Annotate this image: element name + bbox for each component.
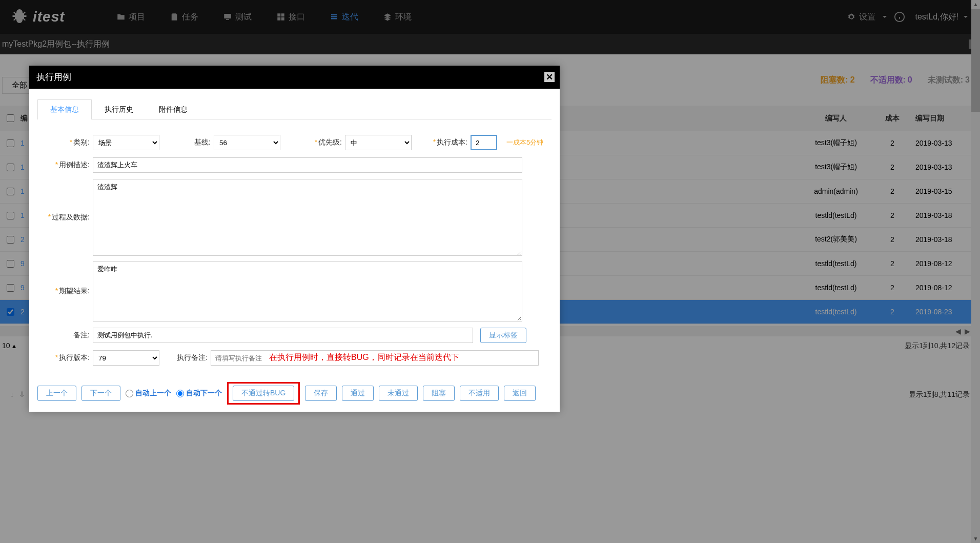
row-date: 2019-08-23 [910,308,972,316]
save-button[interactable]: 保存 [305,386,337,401]
row-date: 2019-08-12 [910,259,972,268]
scrollbar-thumb[interactable] [971,9,980,112]
nav-task[interactable]: 任务 [170,12,198,23]
cost-hint: 一成本5分钟 [506,138,543,147]
label-exec-version: 执行版本: [59,353,90,361]
row-checkbox[interactable] [7,260,14,268]
arrow-down-icon[interactable]: ↓ [10,390,14,398]
prev-button[interactable]: 上一个 [37,386,76,401]
show-tags-button[interactable]: 显示标签 [480,328,526,343]
scroll-right-icon[interactable]: ▶ [963,327,972,336]
label-desc: 用例描述: [59,160,90,169]
row-date: 2019-03-18 [910,211,972,219]
logo-text: itest [33,9,65,25]
row-cost: 2 [874,235,910,244]
top-nav: itest 项目 任务 测试 接口 迭代 环境 设置 testLd,你好! [0,0,980,34]
nav-items: 项目 任务 测试 接口 迭代 环境 [116,12,412,23]
nav-right: 设置 testLd,你好! [847,11,970,23]
stat-na-value: 0 [908,75,912,84]
pass-button[interactable]: 通过 [342,386,374,401]
records-footer-2: 显示1到8,共11记录 [909,390,970,399]
row-author: test2(郭美美) [798,235,874,244]
fail-to-bug-button[interactable]: 不通过转BUG [233,386,294,401]
select-exec-version[interactable]: 79 [93,350,159,366]
row-checkbox[interactable] [7,212,14,219]
chevron-down-icon[interactable] [881,13,889,21]
label-process: 过程及数据: [52,213,90,221]
annotation-text: 在执行用例时，直接转BUG，同时记录在当前迭代下 [269,352,459,363]
logo[interactable]: itest [10,8,65,26]
scroll-up-icon[interactable]: ▲ [971,0,980,9]
scroll-left-icon[interactable]: ◀ [953,327,963,336]
input-exec-cost[interactable] [471,135,497,150]
row-checkbox[interactable] [7,164,14,171]
nav-iteration[interactable]: 迭代 [330,12,358,23]
row-cost: 2 [874,259,910,268]
row-checkbox[interactable] [7,308,14,316]
select-priority[interactable]: 中 [345,135,412,150]
row-date: 2019-03-13 [910,139,972,147]
row-cost: 2 [874,187,910,195]
row-checkbox[interactable] [7,236,14,244]
auto-prev-radio[interactable]: 自动上一个 [126,389,171,398]
row-checkbox[interactable] [7,139,14,147]
tab-exec-history[interactable]: 执行历史 [92,99,146,119]
select-baseline[interactable]: 56 [214,135,280,150]
nav-settings[interactable]: 设置 [847,12,875,23]
input-remark[interactable] [93,328,473,343]
modal-title: 执行用例 [36,71,71,83]
nav-test[interactable]: 测试 [223,12,252,23]
block-button[interactable]: 阻塞 [423,386,455,401]
breadcrumb: myTestPkg2用例包--执行用例 ✕ [0,34,980,54]
label-exec-cost: 执行成本: [437,138,467,146]
info-icon[interactable] [894,11,905,23]
clipboard-icon [170,12,179,22]
row-author: test3(帽子姐) [798,163,874,172]
nav-env[interactable]: 环境 [383,12,412,23]
folder-icon [116,12,126,22]
tab-attachments[interactable]: 附件信息 [146,99,200,119]
label-exec-remark: 执行备注: [177,353,208,361]
download-icon[interactable]: ⇩ [19,390,25,398]
browser-scrollbar[interactable]: ▲ ▼ [971,0,980,543]
user-greeting[interactable]: testLd,你好! [915,12,970,23]
row-date: 2019-08-12 [910,284,972,292]
select-all-checkbox[interactable] [7,114,14,122]
na-button[interactable]: 不适用 [460,386,499,401]
row-author: testld(testLd) [798,308,874,316]
next-button[interactable]: 下一个 [81,386,120,401]
stat-blocked-label: 阻塞数: [821,75,848,84]
nav-project[interactable]: 项目 [116,12,145,23]
fail-button[interactable]: 未通过 [379,386,418,401]
footer-icons: ↓ ⇩ [10,390,25,398]
input-desc[interactable] [93,157,522,173]
row-checkbox[interactable] [7,284,14,292]
label-expected: 期望结果: [59,287,90,295]
stat-na-label: 不适用数: [870,75,906,84]
list-icon [330,12,339,22]
gear-icon [847,12,856,22]
back-button[interactable]: 返回 [504,386,536,401]
tab-basic-info[interactable]: 基本信息 [37,99,92,119]
auto-next-radio[interactable]: 自动下一个 [176,389,222,398]
page-size-selector[interactable]: 10 ▴ [2,341,16,350]
layers-icon [383,12,392,22]
stats-bar: 阻塞数:2 不适用数:0 未测试数:3 [821,75,970,86]
select-category[interactable]: 场景 [93,135,159,150]
col-date-header: 编写日期 [910,114,972,123]
nav-api[interactable]: 接口 [276,12,305,23]
row-cost: 2 [874,139,910,147]
col-cost-header: 成本 [874,114,910,123]
row-date: 2019-03-18 [910,235,972,244]
label-priority: 优先级: [318,138,342,146]
row-checkbox[interactable] [7,188,14,195]
textarea-expected[interactable]: 爱咋咋 [93,261,522,321]
row-author: testld(testLd) [798,259,874,268]
textarea-process[interactable]: 渣渣辉 [93,179,522,256]
modal-close-button[interactable]: ✕ [544,72,555,82]
row-cost: 2 [874,163,910,171]
stat-untested-label: 未测试数: [928,75,963,84]
row-date: 2019-03-13 [910,163,972,171]
scroll-down-icon[interactable]: ▼ [971,534,980,543]
row-date: 2019-03-15 [910,187,972,195]
